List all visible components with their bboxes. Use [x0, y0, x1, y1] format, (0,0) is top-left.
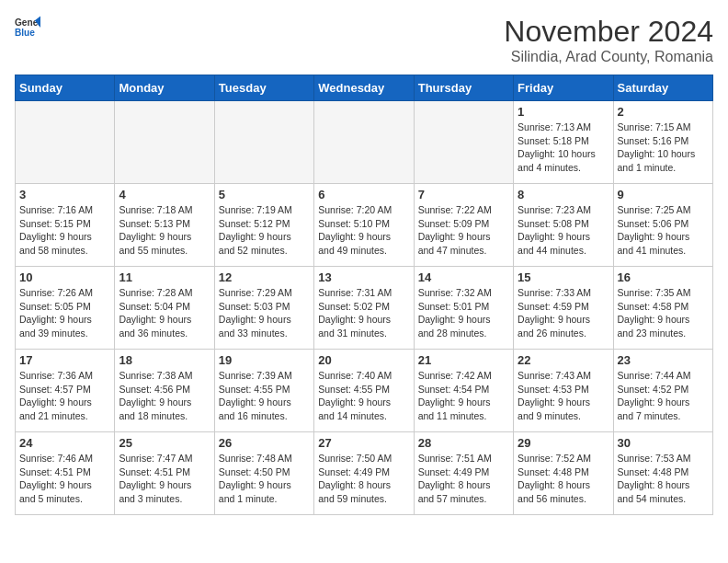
day-cell: 13Sunrise: 7:31 AMSunset: 5:02 PMDayligh…	[314, 267, 414, 350]
header-tuesday: Tuesday	[214, 75, 313, 101]
day-number: 19	[219, 353, 310, 367]
location-subtitle: Silindia, Arad County, Romania	[504, 49, 713, 65]
day-cell	[414, 101, 513, 184]
day-number: 29	[518, 436, 609, 450]
week-row-5: 24Sunrise: 7:46 AMSunset: 4:51 PMDayligh…	[16, 432, 713, 515]
day-info: Sunrise: 7:25 AMSunset: 5:06 PMDaylight:…	[618, 203, 709, 258]
day-number: 4	[119, 188, 210, 201]
header-friday: Friday	[514, 75, 613, 101]
day-cell: 18Sunrise: 7:38 AMSunset: 4:56 PMDayligh…	[115, 350, 214, 432]
logo-icon: General Blue	[15, 15, 40, 40]
day-cell: 3Sunrise: 7:16 AMSunset: 5:15 PMDaylight…	[16, 184, 115, 267]
day-number: 16	[618, 270, 709, 284]
day-info: Sunrise: 7:19 AMSunset: 5:12 PMDaylight:…	[219, 203, 310, 258]
day-cell: 7Sunrise: 7:22 AMSunset: 5:09 PMDaylight…	[414, 184, 513, 267]
header-monday: Monday	[115, 75, 214, 101]
header-wednesday: Wednesday	[314, 75, 414, 101]
day-cell: 11Sunrise: 7:28 AMSunset: 5:04 PMDayligh…	[115, 267, 214, 350]
day-cell: 28Sunrise: 7:51 AMSunset: 4:49 PMDayligh…	[414, 432, 513, 515]
day-info: Sunrise: 7:47 AMSunset: 4:51 PMDaylight:…	[119, 452, 210, 506]
day-number: 8	[518, 188, 609, 201]
day-info: Sunrise: 7:51 AMSunset: 4:49 PMDaylight:…	[418, 452, 509, 506]
week-row-3: 10Sunrise: 7:26 AMSunset: 5:05 PMDayligh…	[16, 267, 713, 350]
day-info: Sunrise: 7:33 AMSunset: 4:59 PMDaylight:…	[518, 286, 609, 340]
header-saturday: Saturday	[613, 75, 712, 101]
day-info: Sunrise: 7:50 AMSunset: 4:49 PMDaylight:…	[318, 452, 409, 506]
day-info: Sunrise: 7:35 AMSunset: 4:58 PMDaylight:…	[618, 286, 709, 340]
day-info: Sunrise: 7:42 AMSunset: 4:54 PMDaylight:…	[418, 369, 509, 423]
day-info: Sunrise: 7:26 AMSunset: 5:05 PMDaylight:…	[19, 286, 110, 340]
day-number: 15	[518, 270, 609, 284]
day-info: Sunrise: 7:31 AMSunset: 5:02 PMDaylight:…	[318, 286, 409, 340]
day-info: Sunrise: 7:46 AMSunset: 4:51 PMDaylight:…	[19, 452, 110, 506]
day-info: Sunrise: 7:15 AMSunset: 5:16 PMDaylight:…	[618, 121, 709, 175]
day-cell: 23Sunrise: 7:44 AMSunset: 4:52 PMDayligh…	[613, 350, 712, 432]
day-cell: 2Sunrise: 7:15 AMSunset: 5:16 PMDaylight…	[613, 101, 712, 184]
day-number: 6	[318, 188, 409, 201]
day-number: 12	[219, 270, 310, 284]
day-cell: 8Sunrise: 7:23 AMSunset: 5:08 PMDaylight…	[514, 184, 613, 267]
day-number: 26	[219, 436, 310, 450]
day-cell: 20Sunrise: 7:40 AMSunset: 4:55 PMDayligh…	[314, 350, 414, 432]
day-cell: 15Sunrise: 7:33 AMSunset: 4:59 PMDayligh…	[514, 267, 613, 350]
day-number: 17	[19, 353, 110, 367]
day-info: Sunrise: 7:32 AMSunset: 5:01 PMDaylight:…	[418, 286, 509, 340]
header-row: SundayMondayTuesdayWednesdayThursdayFrid…	[16, 75, 713, 101]
day-cell: 10Sunrise: 7:26 AMSunset: 5:05 PMDayligh…	[16, 267, 115, 350]
day-cell: 24Sunrise: 7:46 AMSunset: 4:51 PMDayligh…	[16, 432, 115, 515]
day-cell: 5Sunrise: 7:19 AMSunset: 5:12 PMDaylight…	[214, 184, 313, 267]
day-number: 23	[618, 353, 709, 367]
day-info: Sunrise: 7:52 AMSunset: 4:48 PMDaylight:…	[518, 452, 609, 506]
day-number: 11	[119, 270, 210, 284]
day-info: Sunrise: 7:39 AMSunset: 4:55 PMDaylight:…	[219, 369, 310, 423]
header-sunday: Sunday	[16, 75, 115, 101]
day-cell: 1Sunrise: 7:13 AMSunset: 5:18 PMDaylight…	[514, 101, 613, 184]
header-thursday: Thursday	[414, 75, 513, 101]
day-number: 10	[19, 270, 110, 284]
day-number: 7	[418, 188, 509, 201]
day-cell: 30Sunrise: 7:53 AMSunset: 4:48 PMDayligh…	[613, 432, 712, 515]
day-info: Sunrise: 7:22 AMSunset: 5:09 PMDaylight:…	[418, 203, 509, 258]
day-cell	[16, 101, 115, 184]
day-info: Sunrise: 7:29 AMSunset: 5:03 PMDaylight:…	[219, 286, 310, 340]
day-info: Sunrise: 7:28 AMSunset: 5:04 PMDaylight:…	[119, 286, 210, 340]
day-number: 22	[518, 353, 609, 367]
day-cell: 25Sunrise: 7:47 AMSunset: 4:51 PMDayligh…	[115, 432, 214, 515]
day-number: 30	[618, 436, 709, 450]
day-number: 14	[418, 270, 509, 284]
day-number: 21	[418, 353, 509, 367]
day-info: Sunrise: 7:13 AMSunset: 5:18 PMDaylight:…	[518, 121, 609, 175]
day-cell	[314, 101, 414, 184]
calendar-table: SundayMondayTuesdayWednesdayThursdayFrid…	[15, 75, 713, 515]
day-cell: 22Sunrise: 7:43 AMSunset: 4:53 PMDayligh…	[514, 350, 613, 432]
day-info: Sunrise: 7:20 AMSunset: 5:10 PMDaylight:…	[318, 203, 409, 258]
day-cell: 17Sunrise: 7:36 AMSunset: 4:57 PMDayligh…	[16, 350, 115, 432]
day-cell: 29Sunrise: 7:52 AMSunset: 4:48 PMDayligh…	[514, 432, 613, 515]
svg-text:Blue: Blue	[15, 28, 35, 38]
week-row-1: 1Sunrise: 7:13 AMSunset: 5:18 PMDaylight…	[16, 101, 713, 184]
day-cell: 19Sunrise: 7:39 AMSunset: 4:55 PMDayligh…	[214, 350, 313, 432]
calendar-header: SundayMondayTuesdayWednesdayThursdayFrid…	[16, 75, 713, 101]
day-info: Sunrise: 7:40 AMSunset: 4:55 PMDaylight:…	[318, 369, 409, 423]
day-cell: 16Sunrise: 7:35 AMSunset: 4:58 PMDayligh…	[613, 267, 712, 350]
week-row-2: 3Sunrise: 7:16 AMSunset: 5:15 PMDaylight…	[16, 184, 713, 267]
day-number: 18	[119, 353, 210, 367]
day-cell: 27Sunrise: 7:50 AMSunset: 4:49 PMDayligh…	[314, 432, 414, 515]
day-number: 25	[119, 436, 210, 450]
day-number: 27	[318, 436, 409, 450]
logo: General Blue	[15, 15, 40, 40]
day-number: 20	[318, 353, 409, 367]
day-number: 24	[19, 436, 110, 450]
day-info: Sunrise: 7:38 AMSunset: 4:56 PMDaylight:…	[119, 369, 210, 423]
calendar-body: 1Sunrise: 7:13 AMSunset: 5:18 PMDaylight…	[16, 101, 713, 515]
day-info: Sunrise: 7:44 AMSunset: 4:52 PMDaylight:…	[618, 369, 709, 423]
day-cell: 14Sunrise: 7:32 AMSunset: 5:01 PMDayligh…	[414, 267, 513, 350]
day-cell	[214, 101, 313, 184]
day-number: 1	[518, 105, 609, 119]
title-block: November 2024 Silindia, Arad County, Rom…	[504, 15, 713, 65]
day-info: Sunrise: 7:48 AMSunset: 4:50 PMDaylight:…	[219, 452, 310, 506]
day-cell: 4Sunrise: 7:18 AMSunset: 5:13 PMDaylight…	[115, 184, 214, 267]
day-cell	[115, 101, 214, 184]
day-info: Sunrise: 7:53 AMSunset: 4:48 PMDaylight:…	[618, 452, 709, 506]
day-number: 3	[19, 188, 110, 201]
